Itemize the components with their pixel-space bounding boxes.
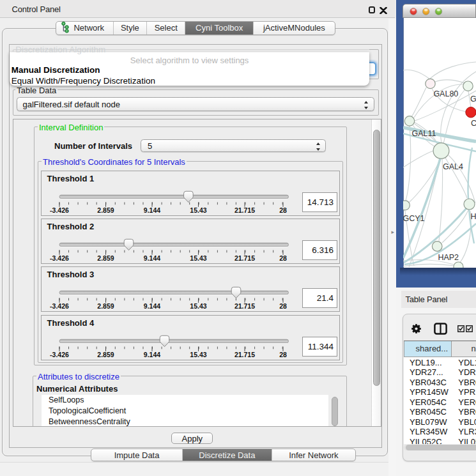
svg-text:21.715: 21.715 xyxy=(234,206,254,214)
svg-text:2.859: 2.859 xyxy=(97,206,114,214)
svg-text:21.715: 21.715 xyxy=(234,302,254,310)
svg-text:21.715: 21.715 xyxy=(234,254,254,262)
svg-text:28: 28 xyxy=(279,206,287,214)
svg-text:-3.426: -3.426 xyxy=(50,206,69,214)
svg-text:9.144: 9.144 xyxy=(143,206,160,214)
svg-text:-3.426: -3.426 xyxy=(50,302,69,310)
svg-text:HI: HI xyxy=(471,212,476,221)
svg-text:28: 28 xyxy=(279,351,287,358)
svg-text:2.859: 2.859 xyxy=(97,351,114,358)
svg-text:15.43: 15.43 xyxy=(190,302,206,310)
svg-text:28: 28 xyxy=(279,254,287,262)
svg-text:C: C xyxy=(471,119,476,128)
svg-text:GAL11: GAL11 xyxy=(412,129,436,138)
svg-text:-3.426: -3.426 xyxy=(50,351,69,358)
svg-text:15.43: 15.43 xyxy=(190,351,206,358)
svg-text:HAP2: HAP2 xyxy=(438,253,459,262)
svg-text:GAL80: GAL80 xyxy=(434,89,459,98)
svg-text:GCY1: GCY1 xyxy=(403,214,425,223)
svg-text:9.144: 9.144 xyxy=(143,254,160,262)
svg-text:9.144: 9.144 xyxy=(143,302,160,310)
svg-text:-3.426: -3.426 xyxy=(50,254,69,262)
svg-text:15.43: 15.43 xyxy=(190,254,206,262)
svg-text:15.43: 15.43 xyxy=(190,206,206,214)
svg-text:GAL4: GAL4 xyxy=(443,162,463,171)
svg-text:21.715: 21.715 xyxy=(234,351,254,358)
svg-text:2.859: 2.859 xyxy=(97,302,114,310)
svg-text:9.144: 9.144 xyxy=(143,351,160,358)
svg-text:2.859: 2.859 xyxy=(97,254,114,262)
svg-text:28: 28 xyxy=(279,302,287,310)
svg-text:GA: GA xyxy=(470,95,476,104)
